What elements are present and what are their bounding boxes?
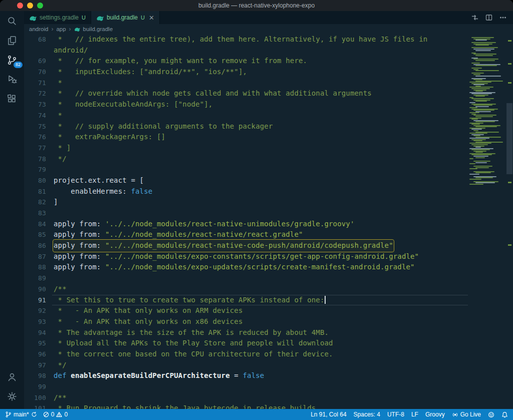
line-number[interactable]: 93	[24, 316, 46, 327]
code-row[interactable]: 72 * // override which node gets called …	[24, 88, 468, 99]
zoom-window-button[interactable]	[37, 3, 43, 9]
line-number[interactable]: 70	[24, 67, 46, 78]
line-number[interactable]: 100	[24, 392, 46, 403]
split-editor-icon[interactable]	[485, 14, 493, 22]
line-number[interactable]: 77	[24, 143, 46, 154]
go-live-button[interactable]: Go Live	[452, 411, 481, 418]
line-number[interactable]: 92	[24, 305, 46, 316]
line-number[interactable]: 74	[24, 110, 46, 121]
code-row[interactable]: 88apply from: "../../node_modules/expo-u…	[24, 262, 468, 273]
code-row[interactable]: 94 * The advantage is the size of the AP…	[24, 327, 468, 338]
line-number[interactable]: 94	[24, 327, 46, 338]
close-window-button[interactable]	[17, 3, 23, 9]
code-row[interactable]: 99	[24, 381, 468, 392]
line-number[interactable]: 96	[24, 349, 46, 360]
code-row[interactable]: 95 * Upload all the APKs to the Play Sto…	[24, 338, 468, 349]
line-number[interactable]: 85	[24, 229, 46, 240]
code-row[interactable]: 76 * extraPackagerArgs: []	[24, 132, 468, 143]
line-number[interactable]: 82	[24, 197, 46, 208]
code-row[interactable]: 97 */	[24, 360, 468, 371]
eol-status[interactable]: LF	[411, 411, 418, 418]
code-row[interactable]: 68 * // indexes the entire tree), add th…	[24, 34, 468, 45]
line-number[interactable]: 83	[24, 208, 46, 219]
sidebar-item-run-debug[interactable]	[0, 70, 24, 89]
code-row[interactable]: 75 * // supply additional arguments to t…	[24, 121, 468, 132]
tab-build-gradle[interactable]: build.gradle U ✕	[91, 11, 160, 24]
line-number[interactable]: 79	[24, 164, 46, 175]
code-row[interactable]: 89	[24, 273, 468, 284]
line-number[interactable]: 99	[24, 381, 46, 392]
sidebar-item-source-control[interactable]: 82	[0, 50, 24, 70]
breadcrumb-item-app[interactable]: app	[56, 26, 66, 32]
code-row[interactable]: 100/**	[24, 392, 468, 403]
code-row[interactable]: 77 * ]	[24, 143, 468, 154]
sidebar-item-search[interactable]	[0, 11, 24, 31]
code-row[interactable]: android/	[24, 45, 468, 56]
line-number[interactable]: 84	[24, 219, 46, 230]
minimize-window-button[interactable]	[27, 3, 33, 9]
open-changes-icon[interactable]	[471, 14, 479, 22]
line-number[interactable]: 81	[24, 186, 46, 197]
code-row[interactable]: 79	[24, 164, 468, 175]
line-number[interactable]: 68	[24, 34, 46, 45]
line-number[interactable]: 69	[24, 56, 46, 67]
accounts-button[interactable]	[0, 367, 24, 386]
sidebar-item-extensions[interactable]	[0, 89, 24, 109]
cursor-position-status[interactable]: Ln 91, Col 64	[311, 411, 346, 418]
code-row[interactable]: 80project.ext.react = [	[24, 175, 468, 186]
line-number[interactable]: 97	[24, 360, 46, 371]
line-number[interactable]: 91	[24, 295, 46, 306]
code-row[interactable]: 101 * Run Proguard to shrink the Java by…	[24, 403, 468, 409]
sidebar-item-explorer[interactable]	[0, 31, 24, 50]
code-row[interactable]: 91 * Set this to true to create two sepa…	[24, 295, 468, 306]
code-row[interactable]: 74 *	[24, 110, 468, 121]
line-number[interactable]: 98	[24, 370, 46, 381]
more-actions-icon[interactable]	[499, 14, 507, 22]
code-row[interactable]: 83	[24, 208, 468, 219]
problems-status[interactable]: 0 0	[43, 411, 68, 418]
close-tab-icon[interactable]: ✕	[149, 15, 154, 21]
scrollbar-thumb[interactable]	[506, 103, 512, 174]
breadcrumb-item-android[interactable]: android	[29, 26, 48, 32]
code-row[interactable]: 87apply from: "../../node_modules/expo-c…	[24, 251, 468, 262]
code-row[interactable]: 86apply from: "../../node_modules/react-…	[24, 240, 468, 251]
code-row[interactable]: 92 * - An APK that only works on ARM dev…	[24, 305, 468, 316]
code-row[interactable]: 70 * inputExcludes: ["android/**", "ios/…	[24, 67, 468, 78]
code-row[interactable]: 98def enableSeparateBuildPerCPUArchitect…	[24, 370, 468, 381]
line-number[interactable]: 71	[24, 78, 46, 89]
breadcrumb-item-file[interactable]: build.gradle	[83, 26, 113, 32]
line-number[interactable]	[24, 45, 46, 56]
notifications-button[interactable]	[501, 411, 508, 418]
code-row[interactable]: 71 *	[24, 78, 468, 89]
feedback-button[interactable]	[488, 411, 494, 418]
tab-settings-gradle[interactable]: settings.gradle U	[24, 11, 91, 24]
line-number[interactable]: 72	[24, 88, 46, 99]
encoding-status[interactable]: UTF-8	[387, 411, 404, 418]
code-row[interactable]: 82]	[24, 197, 468, 208]
line-number[interactable]: 76	[24, 132, 46, 143]
code-row[interactable]: 93 * - An APK that only works on x86 dev…	[24, 316, 468, 327]
code-row[interactable]: 78 */	[24, 154, 468, 165]
code-row[interactable]: 73 * nodeExecutableAndArgs: ["node"],	[24, 99, 468, 110]
settings-button[interactable]	[0, 386, 24, 406]
line-number[interactable]: 75	[24, 121, 46, 132]
code-row[interactable]: 85apply from: "../../node_modules/react-…	[24, 229, 468, 240]
line-number[interactable]: 88	[24, 262, 46, 273]
line-number[interactable]: 80	[24, 175, 46, 186]
minimap-content[interactable]	[468, 34, 506, 409]
line-number[interactable]: 87	[24, 251, 46, 262]
code-row[interactable]: 90/**	[24, 284, 468, 295]
line-number[interactable]: 89	[24, 273, 46, 284]
code-row[interactable]: 69 * // for example, you might want to r…	[24, 56, 468, 67]
git-branch-status[interactable]: main*	[5, 411, 37, 418]
line-number[interactable]: 86	[24, 240, 46, 251]
language-mode-status[interactable]: Groovy	[425, 411, 445, 418]
line-number[interactable]: 90	[24, 284, 46, 295]
code-row[interactable]: 96 * the correct one based on the CPU ar…	[24, 349, 468, 360]
line-number[interactable]: 73	[24, 99, 46, 110]
code-lines[interactable]: 68 * // indexes the entire tree), add th…	[24, 34, 468, 409]
line-number[interactable]: 101	[24, 403, 46, 409]
indentation-status[interactable]: Spaces: 4	[354, 411, 380, 418]
line-number[interactable]: 95	[24, 338, 46, 349]
code-row[interactable]: 81 enableHermes: false	[24, 186, 468, 197]
